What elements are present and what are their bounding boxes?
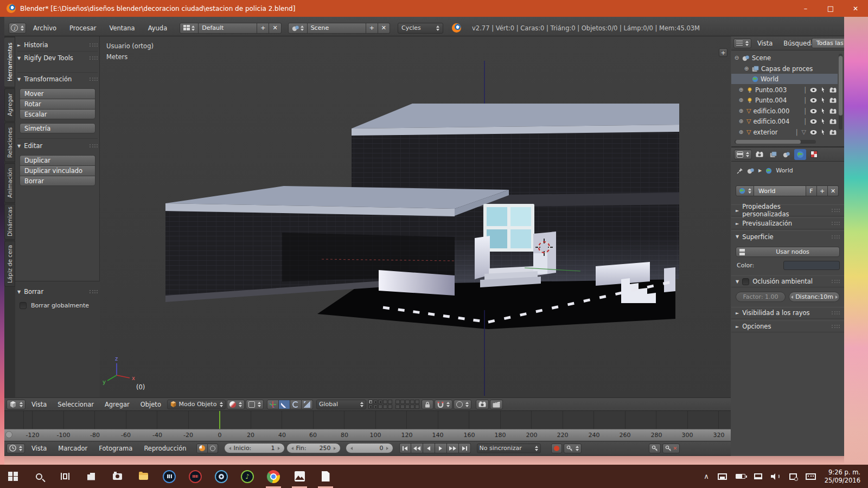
maximize-button[interactable]: □ bbox=[818, 0, 843, 17]
use-preview-range-toggle[interactable] bbox=[196, 444, 208, 453]
decrement-arrow-icon[interactable] bbox=[350, 447, 353, 450]
audio-app-button[interactable] bbox=[182, 465, 208, 488]
scene-browse-button[interactable] bbox=[288, 23, 308, 34]
panel-historia[interactable]: ► Historia bbox=[17, 40, 98, 50]
outliner-item-label[interactable]: Punto.003 bbox=[755, 86, 787, 94]
simetria-button[interactable]: Simetría bbox=[20, 123, 95, 133]
tray-action-center-icon[interactable] bbox=[789, 473, 797, 480]
tab-render[interactable] bbox=[754, 149, 765, 160]
outliner-row-punto003[interactable]: ⊕ Punto.003 | bbox=[731, 85, 838, 95]
expand-icon[interactable]: ⊕ bbox=[738, 87, 744, 93]
jump-to-end-button[interactable] bbox=[459, 443, 471, 453]
outliner-vertical-scrollbar[interactable] bbox=[839, 54, 843, 130]
timeline-ruler[interactable]: -120 -100 -80 -60 -40 -20 0 20 40 60 80 … bbox=[4, 429, 731, 441]
menu-marcador[interactable]: Marcador bbox=[53, 445, 92, 452]
world-name-field[interactable]: World bbox=[754, 185, 806, 196]
panel-grip-icon[interactable] bbox=[90, 56, 98, 60]
translate-manipulator-button[interactable] bbox=[279, 400, 290, 409]
outliner-item-label[interactable]: edificio.000 bbox=[753, 107, 789, 115]
expand-icon[interactable]: ⊕ bbox=[738, 118, 744, 124]
expand-icon[interactable]: ⊕ bbox=[743, 66, 750, 72]
panel-grip-icon[interactable] bbox=[90, 144, 98, 147]
tab-herramientas[interactable]: Herramientas bbox=[4, 37, 15, 87]
expand-icon[interactable]: ⊕ bbox=[738, 129, 744, 135]
layers-widget-group1[interactable] bbox=[368, 400, 392, 409]
outliner-item-label[interactable]: exterior bbox=[753, 129, 777, 136]
borrar-globalmente-option[interactable]: Borrar globalmente bbox=[20, 302, 89, 309]
renderability-camera-icon[interactable] bbox=[829, 108, 837, 114]
selectability-cursor-icon[interactable] bbox=[821, 118, 826, 125]
frame-start-field[interactable]: Inicio: 1 bbox=[224, 443, 285, 453]
keying-set-dropdown[interactable] bbox=[564, 444, 582, 453]
media-player-app-button[interactable] bbox=[208, 465, 234, 488]
tray-keyboard-icon[interactable] bbox=[806, 473, 816, 480]
world-unlink-button[interactable]: ✕ bbox=[828, 185, 839, 196]
opengl-render-button[interactable] bbox=[476, 400, 489, 409]
timeline-scroll-cap[interactable] bbox=[5, 431, 12, 438]
selectability-cursor-icon[interactable] bbox=[821, 129, 826, 136]
auto-keyframe-toggle[interactable] bbox=[551, 444, 562, 453]
increment-arrow-icon[interactable] bbox=[386, 447, 388, 450]
camera-app-button[interactable] bbox=[104, 465, 130, 488]
timeline-track[interactable] bbox=[4, 411, 731, 429]
editor-type-selector[interactable] bbox=[734, 150, 752, 159]
keying-filter-toggle[interactable] bbox=[208, 444, 218, 453]
panel-transformacion[interactable]: ▼ Transformación bbox=[17, 74, 98, 84]
checkbox-icon[interactable] bbox=[20, 302, 27, 309]
search-button[interactable] bbox=[26, 465, 52, 488]
current-frame-field[interactable]: 0 bbox=[346, 443, 393, 453]
menu-vista[interactable]: Vista bbox=[27, 445, 52, 452]
orientation-dropdown[interactable]: Global bbox=[316, 400, 366, 409]
shading-dropdown[interactable] bbox=[227, 400, 245, 409]
tab-scene[interactable] bbox=[781, 149, 793, 160]
panel-propiedades-personalizadas[interactable]: ► Propiedades personalizadas bbox=[731, 204, 844, 216]
snap-toggle[interactable] bbox=[435, 400, 452, 409]
panel-operator-borrar[interactable]: ▼ Borrar bbox=[17, 287, 98, 297]
menu-ayuda[interactable]: Ayuda bbox=[142, 24, 174, 32]
manipulator-axes-toggle[interactable] bbox=[267, 400, 279, 409]
visibility-eye-icon[interactable] bbox=[810, 98, 817, 103]
layout-name-field[interactable]: Default bbox=[199, 23, 257, 34]
scene-add-button[interactable]: + bbox=[366, 23, 378, 34]
selectability-cursor-icon[interactable] bbox=[821, 86, 826, 93]
outliner-item-label[interactable]: Capas de proces bbox=[761, 65, 813, 73]
panel-grip-icon[interactable] bbox=[832, 311, 840, 314]
display-filter-dropdown[interactable]: Todas las e bbox=[812, 38, 844, 48]
outliner-item-label[interactable]: edificio.004 bbox=[753, 118, 789, 125]
menu-ventana[interactable]: Ventana bbox=[103, 24, 141, 32]
menu-fotograma[interactable]: Fotograma bbox=[94, 445, 137, 452]
selectability-cursor-icon[interactable] bbox=[821, 97, 826, 104]
editor-type-selector[interactable] bbox=[733, 38, 751, 48]
panel-rigify-dev-tools[interactable]: ▼ Rigify Dev Tools bbox=[17, 53, 98, 63]
outliner-row-capas[interactable]: ⊕ Capas de proces bbox=[731, 63, 838, 74]
decrement-arrow-icon[interactable] bbox=[291, 447, 293, 450]
tab-lapiz-de-cera[interactable]: Lápiz de cera bbox=[4, 241, 15, 287]
world-browse-button[interactable] bbox=[736, 185, 754, 196]
editor-type-selector[interactable]: i bbox=[9, 23, 26, 34]
scale-manipulator-button[interactable] bbox=[302, 400, 313, 409]
ao-distance-field[interactable]: Distanc:10m bbox=[789, 292, 840, 302]
window-titlebar[interactable]: Blender* [E:\Diseños\diseños blender\dec… bbox=[0, 0, 868, 17]
outliner-row-scene[interactable]: ⊖ Scene bbox=[731, 53, 838, 63]
panel-grip-icon[interactable] bbox=[832, 235, 840, 239]
increment-arrow-icon[interactable] bbox=[334, 447, 336, 450]
close-button[interactable]: ✕ bbox=[843, 0, 868, 17]
mode-dropdown[interactable]: Modo Objeto bbox=[167, 400, 226, 409]
sync-dropdown[interactable]: No sincronizar bbox=[477, 444, 541, 453]
panel-grip-icon[interactable] bbox=[90, 290, 98, 293]
tab-agregar[interactable]: Agregar bbox=[4, 88, 15, 121]
menu-objeto[interactable]: Objeto bbox=[136, 401, 166, 408]
lock-toggle[interactable] bbox=[422, 400, 433, 409]
mover-button[interactable]: Mover bbox=[20, 88, 95, 99]
scene-name-field[interactable]: Scene bbox=[308, 23, 366, 34]
visibility-eye-icon[interactable] bbox=[810, 108, 817, 114]
insert-keyframe-button[interactable] bbox=[649, 444, 661, 453]
ao-checkbox[interactable] bbox=[742, 278, 749, 285]
tray-chevron-up-icon[interactable]: ∧ bbox=[704, 472, 709, 480]
tab-dinamicas[interactable]: Dinámicas bbox=[4, 204, 15, 240]
opengl-render-anim-button[interactable] bbox=[490, 400, 503, 409]
tray-battery-icon[interactable] bbox=[736, 474, 745, 479]
visibility-eye-icon[interactable] bbox=[810, 130, 817, 135]
menu-vista[interactable]: Vista bbox=[752, 40, 777, 47]
tray-clock[interactable]: 9:26 p. m. 25/09/2016 bbox=[825, 468, 860, 485]
